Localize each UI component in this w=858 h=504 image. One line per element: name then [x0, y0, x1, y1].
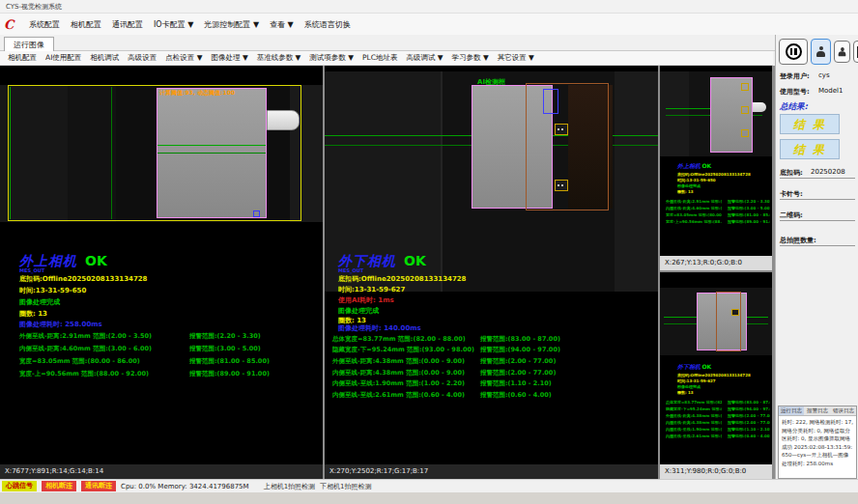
thumb-meas: 宽度-上=90.56mm 范围:(88.00 - 92.00)	[666, 219, 722, 224]
heartbeat-badge: 心跳信号	[2, 481, 37, 491]
menu-bar: C 系统配置 相机配置 通讯配置 IO卡配置 ▼ 光源控制配置 ▼ 查看 ▼ 系…	[0, 14, 858, 35]
model-value: Model1	[818, 87, 843, 95]
alarm-range-text: 报警范围:(94.00 - 97.00)	[480, 346, 560, 354]
measurement-text: 内侧至线-至线:1.90mm 范围:(1.00 - 2.20)	[332, 379, 465, 388]
tool-advanced-debug[interactable]: 高级调试 ▼	[406, 53, 443, 63]
check-box-1	[741, 83, 749, 91]
left-process-done-text: 图像处理完成	[19, 297, 60, 307]
operator-mode-button[interactable]	[811, 39, 831, 65]
sidebar-button-row	[779, 39, 858, 65]
measurement-row: 内侧至线-距离:4.38mm 范围:(0.00 - 9.00) 报警范围:(2.…	[325, 369, 658, 378]
log-tab-run[interactable]: 运行日志	[779, 406, 804, 415]
log-tab-error[interactable]: 错误日志	[831, 406, 856, 415]
photo-count-label: 总拍照数量:	[780, 236, 816, 245]
tool-advanced-settings[interactable]: 高级设置	[128, 53, 157, 63]
middle-code-text: 底扣码:Offline20250208133134728	[338, 274, 467, 284]
status-bar: 心跳信号 相机断连 通讯断连 Cpu: 0.0% Memory: 3424.41…	[0, 479, 858, 492]
pause-icon	[786, 43, 802, 60]
led-spot-2	[555, 180, 568, 191]
log-tab-strip: 运行日志 报警日志 错误日志	[779, 406, 856, 416]
middle-mes-text: MES_OUT	[338, 267, 363, 273]
middle-camera-viewport[interactable]: AI检测框 外下相机 OK MES_OUT 底扣码:Offline2025020…	[325, 66, 658, 479]
menu-camera-config[interactable]: 相机配置	[71, 19, 101, 30]
tool-spot-check[interactable]: 点检设置 ▼	[165, 53, 202, 63]
middle-elapsed-text: 图像处理耗时: 140.00ms	[338, 323, 421, 333]
middle-time-text: 时间:13-31-59-627	[338, 285, 405, 294]
thumb-top-result: OK	[701, 162, 711, 169]
camera-disconnect-badge: 相机断连	[42, 481, 76, 491]
window-bottom-edge	[0, 492, 858, 504]
toolbar: 相机配置 AI使用配置 相机调试 高级设置 点检设置 ▼ 图像处理 ▼ 基准线参…	[0, 51, 773, 66]
pause-button[interactable]	[779, 39, 808, 65]
threshold-overlay-text: 计算阈值:93, 动态阈值:100	[159, 89, 235, 98]
menu-comm-config[interactable]: 通讯配置	[112, 19, 143, 30]
tool-learning-params[interactable]: 学习参数 ▼	[452, 53, 489, 63]
tool-other-settings[interactable]: 其它设置 ▼	[498, 53, 534, 63]
left-count-text: 圈数: 13	[19, 309, 47, 319]
field-underline	[780, 245, 855, 246]
left-time-text: 时间:13-31-59-650	[19, 286, 86, 295]
thumb-top-camera-name: 外上相机	[677, 162, 701, 169]
measurement-row: 隐藏宽度-下=95.24mm 范围:(93.00 - 98.00) 报警范围:(…	[325, 346, 658, 355]
measurement-text: 总体宽度=83.77mm 范围:(82.00 - 88.00)	[332, 335, 466, 344]
menu-light-control-config[interactable]: 光源控制配置 ▼	[204, 19, 259, 30]
baseline-green-left	[10, 87, 11, 219]
tool-baseline-params[interactable]: 基准线参数 ▼	[257, 53, 301, 63]
alarm-range-text: 报警范围:(3.00 - 5.00)	[189, 345, 261, 353]
thumb-meas: 外侧至线-距离:4.38mm 范围:(0.00 - 9.00)	[666, 413, 722, 418]
cpu-memory-text: Cpu: 0.0% Memory: 3424.41796875M	[121, 483, 249, 490]
logout-button[interactable]	[853, 41, 858, 63]
tool-camera-debug[interactable]: 相机调试	[90, 53, 119, 63]
measurement-row: 内侧至线-至线:1.90mm 范围:(1.00 - 2.20) 报警范围:(1.…	[325, 379, 658, 389]
measurement-row: 外侧至线-距离:4.38mm 范围:(0.00 - 9.00) 报警范围:(2.…	[325, 357, 658, 367]
log-tab-alarm[interactable]: 报警日志	[805, 406, 830, 415]
roi-marker-blue	[253, 210, 260, 217]
tool-ai-use-config[interactable]: AI使用配置	[45, 53, 81, 63]
led-spot	[731, 309, 739, 316]
measure-line-2	[157, 153, 266, 154]
middle-ai-time-text: 使用AI耗时: 1ms	[338, 295, 394, 305]
thumb-meas: 内侧至线-距离:4.38mm 范围:(0.00 - 9.00)	[666, 420, 722, 425]
tool-test-params[interactable]: 测试项参数 ▼	[309, 53, 354, 63]
thumb-alarm: 报警范围:(1.10 - 2.10)	[728, 427, 770, 432]
result-box-lower: 结 果	[780, 139, 840, 159]
tool-camera-config[interactable]: 相机配置	[8, 53, 37, 63]
comm-disconnect-badge: 通讯断连	[81, 481, 116, 491]
thumb-meas: 隐藏宽度-下=95.24mm 范围:(93.00 - 98.00)	[666, 406, 722, 411]
field-underline	[780, 220, 855, 221]
thumb-meas: 内侧至线-距离:4.60mm 范围:(3.00 - 6.00)	[666, 206, 722, 210]
middle-pixel-status-bar: X:270;Y:2502;R:17;G:17;B:17	[325, 464, 658, 479]
middle-result-ok: OK	[404, 253, 426, 268]
total-result-label: 总结果:	[780, 101, 808, 113]
field-underline	[780, 199, 855, 200]
menu-system-config[interactable]: 系统配置	[29, 19, 60, 30]
measurement-row: 外侧至线-距离:2.91mm 范围:(2.00 - 3.50) 报警范围:(2.…	[0, 332, 323, 342]
thumb-bottom-result: OK	[701, 363, 711, 370]
menu-io-card-config[interactable]: IO卡配置 ▼	[154, 19, 193, 30]
measurement-text: 外侧至线-距离:4.38mm 范围:(0.00 - 9.00)	[332, 357, 465, 366]
alarm-range-text: 报警范围:(2.00 - 77.00)	[480, 357, 556, 366]
ai-detect-rectangle	[716, 292, 741, 351]
thumb-bottom-code: 底扣码:Offline20250208133134728	[677, 373, 751, 378]
thumb-top-code: 底扣码:Offline20250208133134728	[677, 172, 751, 177]
tool-plc-address[interactable]: PLC地址表	[362, 53, 397, 63]
menu-language-switch[interactable]: 系统语言切换	[304, 19, 351, 30]
thumbnail-top-viewport[interactable]: 外上相机 OK 底扣码:Offline20250208133134728 时间:…	[660, 66, 772, 270]
measurement-text: 隐藏宽度-下=95.24mm 范围:(93.00 - 98.00)	[332, 346, 474, 354]
left-camera-viewport[interactable]: 计算阈值:93, 动态阈值:100 外上相机 OK MES_OUT 底扣码:Of…	[0, 66, 323, 479]
tool-image-processing[interactable]: 图像处理 ▼	[212, 53, 248, 63]
left-code-text: 底扣码:Offline20250208133134728	[19, 274, 148, 284]
measurement-text: 内侧至线-至线:2.61mm 范围:(0.60 - 4.00)	[332, 391, 465, 400]
user-switch-button[interactable]	[834, 41, 850, 63]
thumbnail-bottom-viewport[interactable]: 外下相机 OK 底扣码:Offline20250208133134728 时间:…	[660, 272, 772, 479]
measurement-row: 内侧至线-至线:2.61mm 范围:(0.60 - 4.00) 报警范围:(0.…	[325, 391, 658, 401]
measurement-text: 内侧至线-距离:4.60mm 范围:(3.00 - 6.00)	[19, 345, 152, 353]
left-mes-text: MES_OUT	[19, 267, 44, 273]
menu-view[interactable]: 查看 ▼	[270, 19, 294, 30]
field-underline	[780, 178, 855, 179]
thumb-top-done: 图像处理完成	[677, 183, 701, 188]
thumb-meas: 内侧至线-至线:2.61mm 范围:(0.60 - 4.00)	[666, 434, 722, 438]
thumb-bottom-image	[660, 288, 772, 355]
thumb-alarm: 报警范围:(0.60 - 4.00)	[728, 434, 770, 438]
log-text[interactable]: 耗时: 222, 网络检测耗时: 17, 网络分类耗时: 0, 网络提取分区耗时…	[779, 416, 856, 469]
